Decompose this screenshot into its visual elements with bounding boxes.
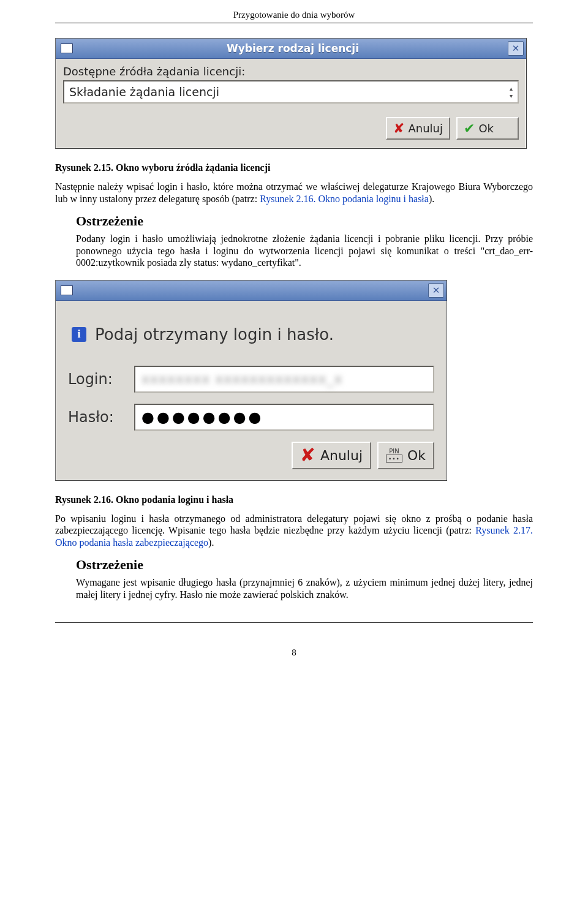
cancel-button[interactable]: ✘ Anuluj: [386, 117, 450, 140]
login-input[interactable]: xxxxxxxx xxxxxxxxxxxxx_x: [134, 366, 434, 393]
warning-title: Ostrzeżenie: [76, 557, 533, 573]
password-mask: ●●●●●●●●: [141, 409, 264, 426]
login-label: Login:: [68, 371, 124, 388]
cancel-button[interactable]: ✘ Anuluj: [292, 442, 371, 469]
figure-caption-215: Rysunek 2.15. Okno wyboru źródła żądania…: [55, 162, 533, 173]
pin-icon: PIN •••: [386, 448, 402, 463]
paragraph-after-215: Następnie należy wpisać login i hasło, k…: [55, 181, 533, 205]
titlebar: Wybierz rodzaj licencji ✕: [56, 39, 526, 59]
ok-button-label: Ok: [478, 122, 494, 135]
field-label-sources: Dostępne źródła żądania licencji:: [63, 65, 519, 78]
warning-block-1: Ostrzeżenie Podany login i hasło umożliw…: [76, 213, 533, 269]
figure-caption-216: Rysunek 2.16. Okno podania loginu i hasł…: [55, 494, 533, 505]
link-fig-216[interactable]: Rysunek 2.16. Okno podania loginu i hasł…: [260, 194, 429, 204]
login-prompt: Podaj otrzymany login i hasło.: [95, 325, 334, 344]
warning-block-2: Ostrzeżenie Wymagane jest wpisanie długi…: [76, 557, 533, 600]
password-input[interactable]: ●●●●●●●●: [134, 404, 434, 431]
dialog-select-license-source: Wybierz rodzaj licencji ✕ Dostępne źródł…: [55, 38, 527, 149]
window-title: Wybierz rodzaj licencji: [78, 42, 508, 55]
page-number: 8: [55, 648, 533, 658]
info-icon: i: [72, 327, 86, 342]
warning-text: Wymagane jest wpisanie długiego hasła (p…: [76, 576, 533, 600]
dialog-login: ✕ i Podaj otrzymany login i hasło. Login…: [55, 280, 447, 481]
password-label: Hasło:: [68, 409, 124, 426]
ok-button[interactable]: ✔ Ok: [456, 117, 519, 140]
titlebar: ✕: [56, 281, 447, 301]
check-icon: ✔: [464, 123, 475, 134]
paragraph-after-216: Po wpisaniu loginu i hasła otrzymanego o…: [55, 513, 533, 549]
ok-button[interactable]: PIN ••• Ok: [377, 442, 434, 469]
close-icon[interactable]: ✕: [428, 283, 444, 298]
cancel-button-label: Anuluj: [408, 122, 443, 135]
para2-post: ).: [208, 537, 214, 548]
spinner-icon[interactable]: ▴▾: [510, 85, 513, 99]
window-icon: [61, 43, 73, 53]
x-icon: ✘: [393, 123, 404, 134]
para2-pre: Po wpisaniu loginu i hasła otrzymanego o…: [55, 513, 533, 536]
cancel-button-label: Anuluj: [320, 448, 363, 463]
ok-button-label: Ok: [407, 448, 426, 463]
source-select[interactable]: Składanie żądania licencji ▴▾: [63, 80, 519, 104]
x-icon: ✘: [300, 448, 315, 463]
warning-text: Podany login i hasło umożliwiają jednokr…: [76, 233, 533, 269]
warning-title: Ostrzeżenie: [76, 213, 533, 229]
header-rule: [55, 23, 533, 23]
close-icon[interactable]: ✕: [508, 41, 524, 56]
source-select-value: Składanie żądania licencji: [69, 85, 219, 99]
running-header: Przygotowanie do dnia wyborów: [55, 0, 533, 20]
para1-post: ).: [429, 194, 434, 204]
window-title: [78, 284, 428, 296]
footer-rule: [55, 622, 533, 623]
window-icon: [61, 285, 73, 295]
